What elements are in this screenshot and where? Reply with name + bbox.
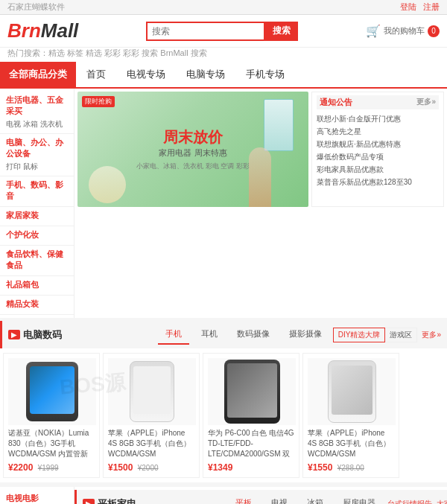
flat-tab-flat[interactable]: 平板	[228, 494, 259, 504]
notice-item-4[interactable]: 爆低价数码产品专项	[317, 150, 439, 163]
digital-more-link[interactable]: 更多»	[422, 330, 441, 340]
sidebar-group-6-title: 食品饮料、保健食品	[6, 249, 68, 271]
flat-title-area: ▶ 平板家电	[83, 497, 136, 505]
huawei-shape	[224, 360, 280, 424]
nav-item-home[interactable]: 首页	[76, 62, 116, 87]
flat-sidebar-group-1: 电视电影 家用电器 液晶电视 信源补贴	[0, 490, 74, 504]
sidebar-group-2-subs: 打印 鼠标	[6, 161, 68, 173]
banner: 限时抢购 周末放价 家用电器 周末特惠 小家电、冰箱、洗衣机 彩电 空调 彩彩	[77, 92, 308, 207]
digital-product-grid: 诺基亚（NOKIA）Lumia 830（白色）3G手机 WCDMA/GSM 内置…	[0, 348, 447, 482]
digital-section: ▶ 电脑数码 手机 耳机 数码摄像 摄影摄像 DIY精选大牌 游戏区 更多» B…	[0, 321, 447, 482]
digital-tab-earphone[interactable]: 耳机	[194, 325, 225, 345]
banner-circle-deco	[89, 166, 126, 203]
digital-tab-phone[interactable]: 手机	[158, 325, 189, 345]
nokia-screen	[30, 366, 74, 414]
sidebar-group-3: 手机、数码、影音	[0, 176, 74, 207]
top-bar-right: 登陆 注册	[400, 1, 440, 13]
main-layout: 生活电器、五金采买 电视 冰箱 洗衣机 电脑、办公、办公设备 打印 鼠标 手机、…	[0, 89, 447, 318]
product-price-nokia: ¥2200 ¥1999	[8, 462, 95, 473]
sidebar-sub-item[interactable]: 电视	[6, 120, 21, 128]
banner-fridge-decoration	[264, 99, 294, 151]
sidebar-sub-item[interactable]: 洗衣机	[40, 120, 63, 128]
nav-item-computer[interactable]: 电脑专场	[176, 62, 235, 87]
sidebar: 生活电器、五金采买 电视 冰箱 洗衣机 电脑、办公、办公设备 打印 鼠标 手机、…	[0, 89, 74, 318]
flat-tabs-area: 平板 电视 冰箱 厨房电器 台式行情报告 大家电提示	[228, 494, 447, 504]
diy-tab-1[interactable]: DIY精选大牌	[333, 328, 386, 342]
banner-person-deco	[249, 147, 271, 207]
sidebar-group-3-title: 手机、数码、影音	[6, 179, 68, 202]
notice-item-3[interactable]: 联想旗舰店·新品优惠特惠	[317, 138, 439, 150]
nav-items: 首页 电视专场 电脑专场 手机专场	[76, 62, 295, 87]
product-img-iphone4s-1	[108, 358, 196, 425]
notice-more-link[interactable]: 更多»	[416, 97, 436, 108]
sidebar-sub-item[interactable]: 冰箱	[23, 120, 38, 128]
product-card-iphone4s-2[interactable]: 苹果（APPLE）iPhone 4S 8GB 3G手机（白色）WCDMA/GSM…	[302, 353, 399, 478]
product-img-iphone4s-2	[308, 358, 396, 425]
flat-sidebar-title-1: 电视电影	[6, 493, 68, 504]
logo: BrnMall	[7, 19, 78, 42]
digital-tab-camera[interactable]: 摄影摄像	[282, 325, 329, 345]
register-link[interactable]: 注册	[423, 2, 440, 11]
login-link[interactable]: 登陆	[400, 2, 416, 11]
iphone-white-screen	[133, 366, 171, 414]
banner-main-text: 周末放价	[163, 127, 223, 147]
sidebar-group-8-title: 精品女装	[6, 299, 68, 310]
search-input[interactable]	[146, 22, 265, 41]
flat-tab-fridge[interactable]: 冰箱	[299, 494, 331, 504]
notice-board: 通知公告 更多» 联想小新·白金版开门优惠 高飞抢先之星 联想旗舰店·新品优惠特…	[311, 92, 444, 207]
iphone2-shape	[328, 360, 376, 423]
sidebar-group-1-title: 生活电器、五金采买	[6, 95, 68, 117]
sidebar-group-7: 礼品箱包	[0, 276, 74, 296]
notice-item-2[interactable]: 高飞抢先之星	[317, 125, 439, 138]
product-card-huawei[interactable]: 华为 P6-C00 白色 电信4G TD-LTE/FDD-LTE/CDMA200…	[203, 353, 299, 478]
digital-tab-digital[interactable]: 数码摄像	[229, 325, 277, 345]
cart-label[interactable]: 我的购物车	[384, 25, 425, 36]
nav-all-categories[interactable]: 全部商品分类	[0, 62, 76, 87]
flat-tab-kitchen[interactable]: 厨房电器	[335, 494, 383, 504]
flat-more-link-2[interactable]: 大家电提示	[437, 499, 447, 505]
digital-products-wrapper: BOS源 诺基亚（NOKIA）Lumia 830（白色）3G手机 WCDMA/G…	[0, 348, 447, 482]
nokia-price: ¥2200	[8, 462, 33, 473]
sidebar-group-5: 个护化妆	[0, 226, 74, 246]
content-area: 限时抢购 周末放价 家用电器 周末特惠 小家电、冰箱、洗衣机 彩电 空调 彩彩	[74, 89, 447, 318]
notice-item-6[interactable]: 菜普音乐新品优惠款128至30	[317, 176, 439, 188]
sidebar-group-6: 食品饮料、保健食品	[0, 246, 74, 276]
search-bar: 搜索	[146, 22, 298, 41]
logo-text2: Mall	[41, 19, 79, 42]
product-price-iphone4s-1: ¥1500 ¥2000	[108, 462, 194, 473]
sidebar-group-1: 生活电器、五金采买 电视 冰箱 洗衣机	[0, 92, 74, 134]
flat-tab-tv[interactable]: 电视	[264, 494, 295, 504]
banner-notice-area: 限时抢购 周末放价 家用电器 周末特惠 小家电、冰箱、洗衣机 彩电 空调 彩彩	[74, 89, 447, 210]
search-button[interactable]: 搜索	[265, 22, 298, 41]
search-hints: 热门搜索：精选 标签 精选 彩彩 彩彩 搜索 BrnMall 搜索	[0, 48, 447, 62]
banner-tag: 限时抢购	[82, 96, 115, 107]
cart-count: 0	[428, 25, 440, 37]
iphone4s-1-price: ¥1500	[108, 462, 133, 473]
product-card-iphone4s-1[interactable]: 苹果（APPLE）iPhone 4S 8GB 3G手机（白色）WCDMA/GSM…	[103, 353, 200, 478]
sidebar-sub-item[interactable]: 鼠标	[23, 162, 38, 170]
product-img-huawei	[208, 358, 296, 425]
flat-sidebar: 电视电影 家用电器 液晶电视 信源补贴 平板电视	[0, 487, 74, 504]
product-name-iphone4s-2: 苹果（APPLE）iPhone 4S 8GB 3G手机（白色）WCDMA/GSM	[308, 428, 394, 459]
flat-more-link-1[interactable]: 台式行情报告	[387, 499, 432, 505]
iphone2-screen	[332, 366, 372, 415]
product-name-nokia: 诺基亚（NOKIA）Lumia 830（白色）3G手机 WCDMA/GSM 内置…	[8, 428, 95, 459]
sidebar-sub-item[interactable]: 打印	[6, 162, 21, 170]
digital-section-icon: ▶	[8, 330, 20, 339]
iphone4s-2-price: ¥1550	[308, 462, 332, 473]
digital-section-header: ▶ 电脑数码 手机 耳机 数码摄像 摄影摄像 DIY精选大牌 游戏区 更多»	[0, 321, 447, 348]
notice-item-5[interactable]: 彩电家具新品优惠款	[317, 163, 439, 176]
nav-item-phone[interactable]: 手机专场	[235, 62, 295, 87]
nav-bar: 全部商品分类 首页 电视专场 电脑专场 手机专场	[0, 62, 447, 89]
diy-tab-2[interactable]: 游戏区	[384, 328, 417, 342]
product-price-iphone4s-2: ¥1550 ¥288.00	[308, 462, 394, 473]
huawei-screen	[227, 363, 277, 418]
notice-item-1[interactable]: 联想小新·白金版开门优惠	[317, 112, 439, 125]
product-card-nokia[interactable]: 诺基亚（NOKIA）Lumia 830（白色）3G手机 WCDMA/GSM 内置…	[3, 353, 100, 478]
digital-tabs-area: 手机 耳机 数码摄像 摄影摄像 DIY精选大牌 游戏区 更多»	[158, 325, 441, 345]
sidebar-group-4: 家居家装	[0, 207, 74, 226]
sidebar-group-7-title: 礼品箱包	[6, 279, 68, 290]
nav-item-tv[interactable]: 电视专场	[116, 62, 176, 87]
product-img-nokia	[8, 358, 96, 425]
logo-text: Brn	[7, 19, 41, 42]
